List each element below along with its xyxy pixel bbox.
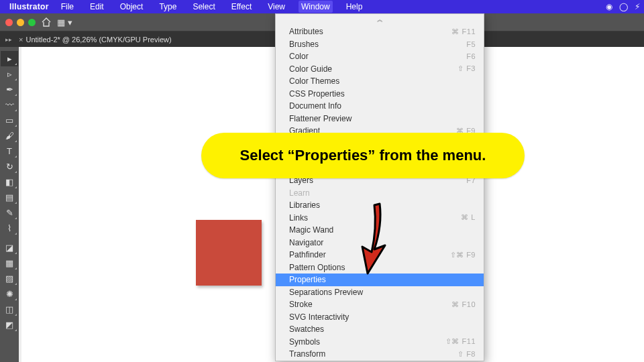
menu-item-transform[interactable]: Transform⇧ F8 <box>276 348 484 361</box>
menu-item-label: Brushes <box>289 40 319 49</box>
menu-item-shortcut: ⌘ F10 <box>451 300 476 309</box>
menu-item-separations-preview[interactable]: Separations Preview <box>276 286 484 299</box>
menu-item-css-properties[interactable]: CSS Properties <box>276 88 484 101</box>
canvas-edge <box>19 47 21 362</box>
tool-curvature[interactable]: 〰 <box>1 97 18 113</box>
tool-eyedropper[interactable]: ✎ <box>1 205 18 221</box>
window-minimize-icon[interactable] <box>17 19 24 26</box>
menu-item-swatches[interactable]: Swatches <box>276 323 484 336</box>
instruction-text: Select “Properties” from the menu. <box>240 147 486 164</box>
menu-item-shortcut: ⌘ L <box>461 213 476 222</box>
menu-item-shortcut: ⇧ F8 <box>458 350 476 359</box>
menu-edit[interactable]: Edit <box>87 1 107 13</box>
window-zoom-icon[interactable] <box>28 19 36 26</box>
menu-item-label: Pattern Options <box>289 263 345 272</box>
menu-item-label: Stroke <box>289 300 313 309</box>
menu-item-shortcut: ⌘ F11 <box>451 27 476 36</box>
document-tab-title[interactable]: Untitled-2* @ 26,26% (CMYK/GPU Preview) <box>25 36 171 44</box>
menu-window[interactable]: Window <box>299 1 333 13</box>
menu-item-label: Transform <box>289 349 325 359</box>
menu-help[interactable]: Help <box>343 1 366 13</box>
tool-shaper[interactable]: ⌇ <box>1 221 18 236</box>
menu-scroll-up-icon[interactable]: ︽ <box>276 14 484 25</box>
menu-item-label: Attributes <box>289 27 323 36</box>
battery-icon: ⚡︎ <box>635 2 640 11</box>
tool-pen[interactable]: ✒ <box>1 82 18 97</box>
menubar-status-area: ◉ ◯ ⚡︎ <box>606 2 640 11</box>
rectangle-shape[interactable] <box>196 220 262 286</box>
menu-item-document-info[interactable]: Document Info <box>276 100 484 113</box>
menu-item-label: Flattener Preview <box>289 114 352 123</box>
home-icon[interactable] <box>41 17 52 27</box>
tool-direct-select[interactable]: ▹ <box>1 66 18 82</box>
menu-type[interactable]: Type <box>156 1 179 13</box>
menu-item-label: Learn <box>289 188 310 198</box>
menu-item-label: Libraries <box>289 200 320 210</box>
menu-item-shortcut: ⇧⌘ F9 <box>450 251 476 259</box>
tool-artboard[interactable]: ▦ <box>1 255 18 271</box>
menu-item-attributes[interactable]: Attributes⌘ F11 <box>276 25 484 38</box>
menu-item-label: CSS Properties <box>289 89 345 99</box>
tool-perspective[interactable]: ▨ <box>1 271 18 286</box>
tool-fill-stroke[interactable]: ◪ <box>1 240 18 255</box>
window-traffic-lights <box>5 19 36 26</box>
tool-symbol-sprayer[interactable]: ✺ <box>1 286 18 302</box>
user-icon[interactable]: ◯ <box>619 2 628 11</box>
menu-effect[interactable]: Effect <box>229 1 254 13</box>
menu-item-label: Document Info <box>289 101 341 111</box>
menu-item-label: Links <box>289 213 308 223</box>
tool-paintbrush[interactable]: 🖌 <box>1 128 18 143</box>
menu-item-label: Magic Wand <box>289 225 333 235</box>
menu-item-label: Symbols <box>289 337 320 347</box>
menu-item-brushes[interactable]: BrushesF5 <box>276 38 484 51</box>
menu-view[interactable]: View <box>265 1 288 13</box>
menu-item-color[interactable]: ColorF6 <box>276 50 484 63</box>
tool-column-graph[interactable]: ◫ <box>1 302 18 317</box>
menu-item-label: Pathfinder <box>289 250 326 259</box>
expand-panels-icon[interactable]: ▸▸ <box>5 36 12 43</box>
menu-item-symbols[interactable]: Symbols⇧⌘ F11 <box>276 336 484 349</box>
menu-item-label: Separations Preview <box>289 288 363 297</box>
creative-cloud-icon[interactable]: ◉ <box>606 2 612 11</box>
tab-close-icon[interactable]: × <box>19 36 23 44</box>
tool-eraser[interactable]: ◧ <box>1 174 18 190</box>
app-name[interactable]: Illustrator <box>9 2 49 11</box>
window-close-icon[interactable] <box>5 19 13 26</box>
arrange-documents-icon[interactable]: ▦ ▾ <box>57 17 72 27</box>
tool-type[interactable]: T <box>1 143 18 159</box>
menu-item-label: Color <box>289 52 309 61</box>
menu-item-label: SVG Interactivity <box>289 312 349 322</box>
menu-item-shortcut: ⇧⌘ F11 <box>445 337 476 346</box>
tool-rotate[interactable]: ↻ <box>1 159 18 174</box>
tool-rectangle[interactable]: ▭ <box>1 113 18 128</box>
instruction-callout: Select “Properties” from the menu. <box>201 133 525 178</box>
menu-item-label: Color Themes <box>289 76 339 86</box>
tool-gradient[interactable]: ▤ <box>1 190 18 205</box>
tool-selection[interactable]: ▸ <box>1 51 18 66</box>
menu-item-label: Swatches <box>289 324 324 334</box>
window-menu-dropdown: ︽ Attributes⌘ F11BrushesF5ColorF6Color G… <box>275 13 484 361</box>
tool-slice[interactable]: ◩ <box>1 317 18 333</box>
menu-item-learn: Learn <box>276 187 484 200</box>
menu-item-label: Navigator <box>289 238 323 247</box>
menu-file[interactable]: File <box>58 1 76 13</box>
menu-item-svg-interactivity[interactable]: SVG Interactivity <box>276 311 484 324</box>
tool-panel: ▸▹✒〰▭🖌T↻◧▤✎⌇◪▦▨✺◫◩ <box>0 47 19 362</box>
menu-item-color-themes[interactable]: Color Themes <box>276 75 484 88</box>
menu-item-stroke[interactable]: Stroke⌘ F10 <box>276 298 484 311</box>
mac-menubar: Illustrator FileEditObjectTypeSelectEffe… <box>0 0 644 13</box>
menu-item-label: Properties <box>289 275 326 284</box>
menu-item-label: Color Guide <box>289 64 332 74</box>
menu-item-shortcut: ⇧ F3 <box>458 64 476 73</box>
menu-item-shortcut: F5 <box>466 40 476 48</box>
menu-item-color-guide[interactable]: Color Guide⇧ F3 <box>276 63 484 76</box>
menu-item-flattener-preview[interactable]: Flattener Preview <box>276 113 484 125</box>
menu-item-shortcut: F6 <box>466 52 476 60</box>
arrow-annotation-icon <box>356 198 396 279</box>
menu-object[interactable]: Object <box>117 1 146 13</box>
menu-select[interactable]: Select <box>190 1 217 13</box>
